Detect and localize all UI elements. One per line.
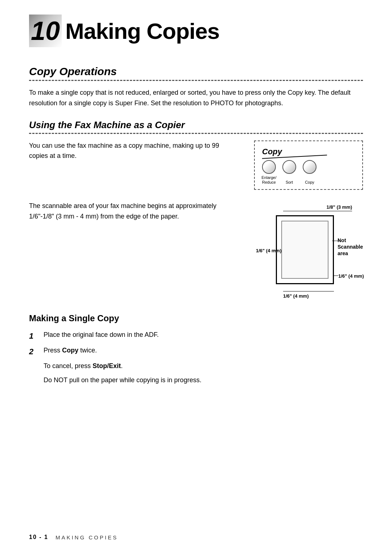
step1-num: 1 (29, 329, 38, 343)
section1-title: Copy Operations (0, 65, 392, 78)
copy-panel: Copy Enlarge/Reduce Sort Copy (254, 140, 363, 190)
sort-button (282, 160, 296, 174)
subsection-title: Making a Single Copy (0, 313, 392, 323)
page-header: 10 Making Copies (0, 0, 392, 54)
btn-labels: Enlarge/Reduce Sort Copy (262, 175, 355, 185)
dim-line-right (333, 276, 338, 276)
scan-diagram: 1/8" (3 mm) NotScannablearea 1/6" (4 mm)… (254, 201, 363, 302)
enlarge-reduce-button (262, 160, 276, 174)
not-scannable-text: NotScannablearea (338, 237, 363, 256)
dim-top-label: 1/8" (3 mm) (327, 204, 352, 210)
page-footer: 10 - 1 MAKING COPIES (29, 534, 363, 540)
section1-body: To make a single copy that is not reduce… (0, 87, 392, 109)
step1-text: Place the original face down in the ADF. (44, 329, 363, 343)
section1-divider (29, 80, 363, 81)
chapter-number-box: 10 (29, 15, 62, 47)
scan-inner (281, 221, 328, 279)
chapter-title: Making Copies (65, 18, 220, 44)
step2: 2 Press Copy twice. (29, 345, 363, 358)
dim-line-top (283, 211, 352, 211)
steps-list: 1 Place the original face down in the AD… (0, 329, 392, 359)
note-text: Do NOT pull on the paper while copying i… (0, 375, 392, 385)
dim-bottom-label: 1/6" (4 mm) (283, 293, 309, 299)
enlarge-reduce-label: Enlarge/Reduce (262, 175, 277, 185)
step1: 1 Place the original face down in the AD… (29, 329, 363, 343)
step2-num: 2 (29, 345, 38, 358)
section2-content: You can use the fax machine as a copy ma… (0, 140, 392, 190)
chapter-number: 10 (31, 18, 60, 44)
section2-title: Using the Fax Machine as a Copier (0, 119, 392, 131)
section2-divider (29, 133, 363, 134)
not-scannable-label: NotScannablearea (338, 237, 363, 257)
dim-line-bottom (283, 291, 334, 291)
enlarge-reduce-label-group: Enlarge/Reduce (262, 175, 276, 185)
not-scannable-arrow (332, 241, 339, 241)
copy-panel-buttons (262, 160, 355, 174)
cancel-text: To cancel, press Stop/Exit. (0, 361, 392, 371)
sort-label-group: Sort (282, 180, 296, 185)
copy-label-group: Copy (303, 180, 317, 185)
copy-panel-illustration: Copy Enlarge/Reduce Sort Copy (254, 140, 363, 190)
step2-text: Press Copy twice. (44, 345, 363, 358)
copy-panel-label: Copy (262, 147, 355, 156)
footer-page-number: 10 - 1 (29, 534, 48, 540)
copy-button (303, 160, 317, 174)
copy-keyword: Copy (62, 347, 78, 354)
section2-body: You can use the fax machine as a copy ma… (29, 140, 240, 162)
stop-exit-keyword: Stop/Exit (93, 362, 121, 370)
copy-label: Copy (305, 180, 314, 185)
scan-body: The scannable area of your fax machine b… (29, 201, 240, 222)
dim-left-label: 1/6" (4 mm) (256, 248, 281, 253)
dim-right-label: 1/6" (4 mm) (338, 273, 364, 279)
dim-line-left (274, 250, 278, 250)
sort-label: Sort (286, 180, 293, 185)
footer-chapter-name: MAKING COPIES (56, 534, 118, 540)
scan-section: The scannable area of your fax machine b… (0, 201, 392, 302)
